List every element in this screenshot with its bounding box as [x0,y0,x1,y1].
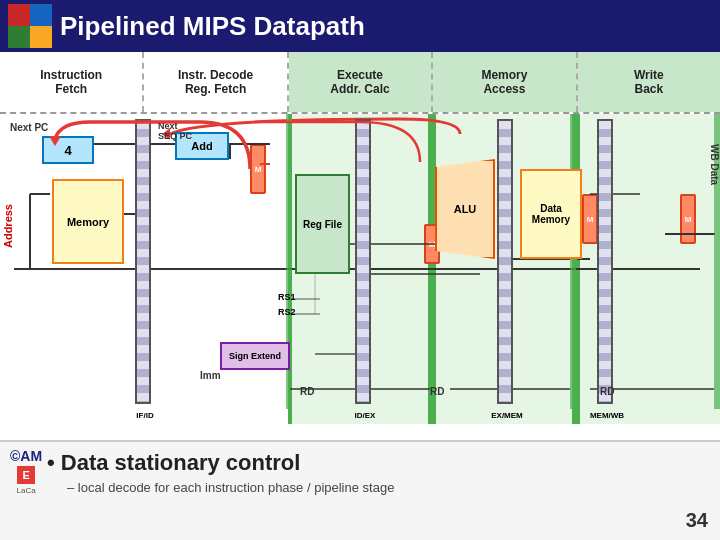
page-title: Pipelined MIPS Datapath [60,11,365,42]
alu-component: ALU [435,159,495,259]
wb-data-label: WB Data [709,144,720,185]
logo-laca-text: LaCa [16,486,35,495]
svg-rect-3 [30,26,52,48]
next-pc-label: Next PC [10,122,48,133]
id-ex-label: ID/EX [335,411,395,420]
header-bar: Pipelined MIPS Datapath [0,0,720,52]
logo-area: ©AM E LaCa [10,448,42,495]
reg-file-component: Reg File [295,174,350,274]
ex-mem-pipeline-register: EX/MEM [497,119,513,404]
stage-mem: Memory Access [433,52,577,112]
ex-mem-label: EX/MEM [472,411,542,420]
bullet-text: • Data stationary control [47,450,394,476]
imm-label: Imm [200,370,221,381]
data-memory-component: Data Memory [520,169,582,259]
datapath-area: Next PC Address 4 Memory IF/ID Add NextS… [0,114,720,424]
next-seq-pc-label: NextSEQ PC [158,121,192,141]
rd-label-2: RD [430,386,444,397]
rd-label-1: RD [300,386,314,397]
mux-1-component: M [250,144,266,194]
header-logo-icon [8,4,52,48]
sub-text: – local decode for each instruction phas… [67,480,394,495]
logo-e-box: E [17,466,35,484]
if-id-label: IF/ID [115,411,175,420]
svg-rect-0 [8,4,30,26]
mem-wb-label: MEM/WB [572,411,642,420]
instruction-memory-component: Memory [52,179,124,264]
logo-am-text: ©AM [10,448,42,464]
stage-id: Instr. Decode Reg. Fetch [144,52,288,112]
bullet-section: • Data stationary control – local decode… [47,450,394,495]
bottom-section: ©AM E LaCa • Data stationary control – l… [0,440,720,540]
svg-rect-1 [30,4,52,26]
stage-wb: Write Back [578,52,720,112]
rs1-label: RS1 [278,292,296,302]
mux-wb-component: M [582,194,598,244]
svg-rect-2 [8,26,30,48]
mux-2-wb-component: M [680,194,696,244]
if-id-pipeline-register: IF/ID [135,119,151,404]
page-number: 34 [686,509,708,532]
adder-4-component: 4 [42,136,94,164]
rs2-label: RS2 [278,307,296,317]
address-label: Address [2,204,14,248]
stage-ex: Execute Addr. Calc [289,52,433,112]
mem-wb-pipeline-register: MEM/WB [597,119,613,404]
rd-label-3: RD [600,386,614,397]
sign-extend-component: Sign Extend [220,342,290,370]
id-ex-pipeline-register: ID/EX [355,119,371,404]
stages-row: Instruction Fetch Instr. Decode Reg. Fet… [0,52,720,114]
stage-if: Instruction Fetch [0,52,144,112]
